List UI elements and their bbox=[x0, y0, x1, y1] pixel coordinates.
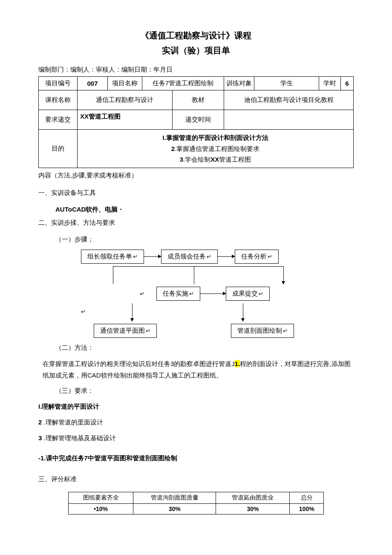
cell-label: 教材 bbox=[172, 90, 224, 110]
goal-line: 22.掌握通信管道工程图绘制要求.掌握通信管道工程图绘制要求 bbox=[79, 143, 352, 154]
cell-goals: I.掌握管道的平面设计和剖面设计方法 22.掌握通信管道工程图绘制要求.掌握通信… bbox=[78, 130, 354, 168]
cell-value: 学生 bbox=[254, 77, 319, 90]
cell-label: 课程名称 bbox=[39, 90, 78, 110]
table-row: 项目编号 007 项目名称 任务7管道工程图绘制 训练对象 学生 学时 6 bbox=[39, 77, 354, 90]
cell-label: 学时 bbox=[319, 77, 340, 90]
score-header: 管道跖由图质业 bbox=[216, 492, 290, 503]
subsection-steps: （一）步骤； bbox=[38, 235, 354, 244]
score-value: 100% bbox=[290, 503, 324, 514]
goal-line: I.掌握管道的平面设计和剖面设计方法 bbox=[79, 132, 352, 143]
requirement-item: I.理解管道的平面设计 bbox=[38, 403, 354, 411]
requirement-item: 3 .理解管理地基及基础设计 bbox=[38, 434, 354, 442]
info-table: 项目编号 007 项目名称 任务7管道工程图绘制 训练对象 学生 学时 6 课程… bbox=[38, 76, 354, 168]
table-row: 目的 I.掌握管道的平面设计和剖面设计方法 22.掌握通信管道工程图绘制要求.掌… bbox=[39, 130, 354, 168]
return-icon: ↵ bbox=[140, 291, 144, 297]
cell-value: 任务7管道工程图绘制 bbox=[142, 77, 224, 90]
flow-diagram: 组长领取任务单↵ 成员领会任务↵ 任务分析↵ ↵ 任务实施↵ 成果提交↵ ↵ 通… bbox=[81, 250, 311, 338]
section-heading-2: 二、实训步揉、方法与要求 bbox=[38, 219, 354, 227]
table-row: 课程名称 通信工程勘察与设计 教材 迪伯工程勘察与设计项目化教程 bbox=[39, 90, 354, 110]
flow-box: 成员领会任务↵ bbox=[161, 250, 218, 264]
return-icon: ↵ bbox=[259, 291, 263, 297]
goal-line: 3.学会绘制XX管道工程图 bbox=[79, 154, 352, 165]
flow-box: 任务分析↵ bbox=[235, 250, 279, 264]
cell-value: 通信工程勘察与设计 bbox=[78, 90, 173, 110]
table-row: 图纸要素齐全 管道沟剖面图质量 管道跖由图质业 总分 bbox=[69, 492, 324, 503]
return-icon: ↵ bbox=[207, 253, 211, 260]
flow-box: 成果提交↵ bbox=[226, 287, 270, 301]
cell-value: 6 bbox=[340, 77, 353, 90]
return-icon: ↵ bbox=[81, 308, 86, 315]
score-value: •10% bbox=[69, 503, 133, 514]
cell-label: 项目编号 bbox=[39, 77, 78, 90]
cell-value: XX管道工程图 bbox=[78, 110, 173, 130]
return-icon: ↵ bbox=[133, 253, 138, 260]
flow-box: 组长领取任务单↵ bbox=[81, 250, 144, 264]
section-heading-3: 三、评分标准 bbox=[38, 475, 354, 483]
return-icon: ↵ bbox=[283, 328, 288, 334]
score-header: 图纸要素齐全 bbox=[69, 492, 133, 503]
return-icon: ↵ bbox=[268, 253, 272, 260]
cell-label: 递交时间 bbox=[172, 110, 224, 130]
method-paragraph: 在牚握管道工程设计的相关理论知识后对任务3的勘察卓图进行管道J1.程的剖面设计，… bbox=[43, 358, 354, 381]
requirement-item: -1.课中完成任务7中管道平面图和管道剖面图绘制 bbox=[38, 454, 354, 462]
score-header: 总分 bbox=[290, 492, 324, 503]
doc-subtitle: 实训（验）项目单 bbox=[38, 45, 354, 56]
return-icon: ↵ bbox=[146, 328, 150, 334]
flow-box: 管道剖面图绘制↵ bbox=[231, 324, 294, 338]
highlight-text: 1. bbox=[235, 360, 240, 367]
doc-title: 《通值工程勘察与设计》课程 bbox=[38, 30, 354, 41]
cell-value bbox=[224, 110, 354, 130]
arrow-right-icon bbox=[218, 256, 235, 257]
flow-box: 通信管道平面图↵ bbox=[94, 324, 157, 338]
arrow-right-icon bbox=[200, 293, 226, 294]
subsection-requirements: （三）要求： bbox=[38, 387, 354, 395]
score-header: 管道沟剖面图质量 bbox=[133, 492, 216, 503]
requirement-item: 2 .理解管道的里面设计 bbox=[38, 418, 354, 427]
cell-label: 目的 bbox=[39, 130, 78, 168]
cell-label: 训练对象 bbox=[224, 77, 254, 90]
meta-line: 编制部门：编制人：审核人：编制日期：年月日 bbox=[38, 66, 354, 74]
return-icon: ↵ bbox=[189, 291, 194, 297]
table-row: •10% 30% 30% 100% bbox=[69, 503, 324, 514]
arrow-right-icon bbox=[144, 256, 161, 257]
table-row: 要求递交 XX管道工程图 递交时间 bbox=[39, 110, 354, 130]
score-value: 30% bbox=[216, 503, 290, 514]
flow-box: 任务实施↵ bbox=[156, 287, 200, 301]
cell-value: 007 bbox=[78, 77, 108, 90]
section-1-body: AUToCAD软件、电脑・ bbox=[38, 206, 354, 214]
section-heading-1: 一、实训设备与工具 bbox=[38, 189, 354, 197]
cell-label: 要求递交 bbox=[39, 110, 78, 130]
subsection-method: （二）方法： bbox=[38, 344, 354, 352]
cell-value: 迪伯工程勘察与设计项目化教程 bbox=[224, 90, 354, 110]
cell-label: 项目名称 bbox=[107, 77, 142, 90]
score-value: 30% bbox=[133, 503, 216, 514]
score-table: 图纸要素齐全 管道沟剖面图质量 管道跖由图质业 总分 •10% 30% 30% … bbox=[68, 492, 324, 514]
content-label: 内容（方法,步骤,要求或考核标准） bbox=[38, 171, 354, 180]
